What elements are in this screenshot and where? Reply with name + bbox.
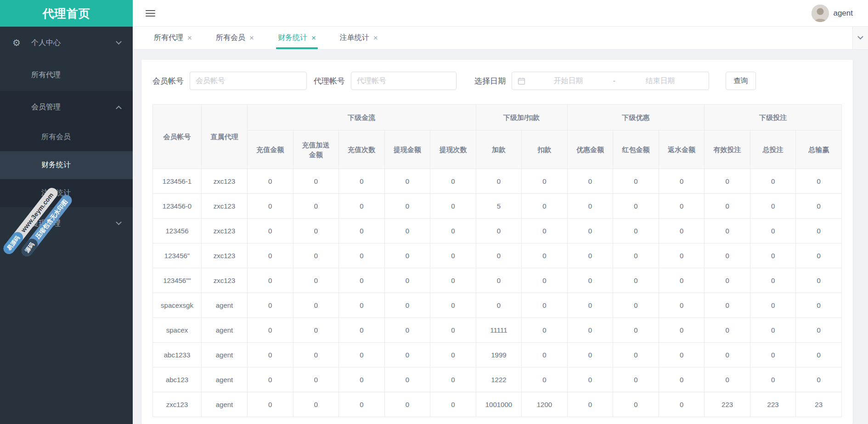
- value-cell: 0: [248, 318, 293, 343]
- user-menu-button[interactable]: agent: [812, 5, 853, 22]
- value-cell: 0: [384, 194, 430, 219]
- table-row: spacexsgk agent 0 0 0 0 0 0 0 0 0: [153, 293, 842, 318]
- close-icon[interactable]: ×: [311, 34, 316, 42]
- avatar-person-icon: [812, 5, 829, 22]
- value-cell: 0: [567, 318, 613, 343]
- member-account-cell: abc123: [153, 367, 202, 392]
- value-cell: 0: [339, 367, 385, 392]
- sidebar-item-withdraw-management[interactable]: 提现管理: [0, 207, 133, 239]
- filter-bar: 会员帐号 代理帐号 选择日期: [152, 72, 842, 90]
- col-header: 提现次数: [430, 130, 476, 169]
- value-cell: 0: [750, 293, 796, 318]
- tab-label: 注单统计: [340, 33, 369, 43]
- agent-account-input[interactable]: [351, 72, 457, 90]
- col-header-direct-agent: 直属代理: [202, 105, 248, 169]
- tab-all-members[interactable]: 所有会员 ×: [216, 27, 254, 49]
- tab-label: 所有会员: [216, 33, 245, 43]
- chevron-down-icon: [857, 34, 863, 40]
- sidebar-item-all-members[interactable]: 所有会员: [0, 123, 133, 151]
- value-cell: 0: [659, 343, 705, 367]
- query-button[interactable]: 查询: [726, 72, 756, 90]
- value-cell: 0: [705, 293, 750, 318]
- close-icon[interactable]: ×: [373, 34, 378, 42]
- value-cell: 0: [613, 194, 659, 219]
- sidebar-menu: ⚙ 个人中心 所有代理 会员管理 所有会员 财务统计 注单统计: [0, 27, 133, 239]
- sidebar-item-finance-stats[interactable]: 财务统计: [0, 151, 133, 179]
- sidebar-item-all-agents[interactable]: 所有代理: [0, 59, 133, 91]
- value-cell: 0: [476, 293, 522, 318]
- member-account-cell: zxc123: [153, 392, 202, 417]
- value-cell: 0: [567, 392, 613, 417]
- value-cell: 0: [339, 194, 385, 219]
- value-cell: 0: [293, 268, 339, 293]
- value-cell: 0: [796, 367, 842, 392]
- date-range-picker[interactable]: 开始日期 - 结束日期: [512, 72, 709, 90]
- col-header: 扣款: [522, 130, 568, 169]
- sidebar-item-label: 所有代理: [31, 70, 61, 80]
- value-cell: 0: [522, 293, 568, 318]
- sidebar-item-member-management[interactable]: 会员管理: [0, 91, 133, 123]
- value-cell: 0: [705, 367, 750, 392]
- value-cell: 0: [248, 268, 293, 293]
- value-cell: 0: [293, 367, 339, 392]
- value-cell: 0: [796, 169, 842, 194]
- value-cell: 0: [522, 268, 568, 293]
- value-cell: 0: [430, 343, 476, 367]
- value-cell: 0: [293, 243, 339, 268]
- value-cell: 0: [750, 219, 796, 243]
- value-cell: 0: [796, 219, 842, 243]
- value-cell: 0: [430, 293, 476, 318]
- member-account-cell: 123456"": [153, 268, 202, 293]
- value-cell: 0: [613, 367, 659, 392]
- close-icon[interactable]: ×: [249, 34, 254, 42]
- sidebar-item-label: 提现管理: [31, 219, 61, 228]
- hamburger-menu-icon[interactable]: [146, 10, 155, 17]
- tab-finance-stats[interactable]: 财务统计 ×: [278, 27, 316, 49]
- value-cell: 0: [293, 169, 339, 194]
- group-header-discount: 下级优惠: [567, 105, 705, 130]
- value-cell: 0: [384, 343, 430, 367]
- value-cell: 0: [293, 293, 339, 318]
- direct-agent-cell: zxc123: [202, 243, 248, 268]
- member-account-input[interactable]: [190, 72, 307, 90]
- value-cell: 1222: [476, 367, 522, 392]
- direct-agent-cell: zxc123: [202, 268, 248, 293]
- sidebar-item-bet-stats[interactable]: 注单统计: [0, 179, 133, 207]
- value-cell: 0: [384, 169, 430, 194]
- date-end-placeholder: 结束日期: [617, 76, 703, 86]
- value-cell: 1200: [522, 392, 568, 417]
- avatar: [812, 5, 829, 22]
- value-cell: 0: [750, 268, 796, 293]
- value-cell: 0: [384, 293, 430, 318]
- col-header: 有效投注: [705, 130, 750, 169]
- member-account-cell: abc1233: [153, 343, 202, 367]
- close-icon[interactable]: ×: [187, 34, 192, 42]
- value-cell: 0: [659, 392, 705, 417]
- value-cell: 0: [567, 367, 613, 392]
- value-cell: 0: [659, 268, 705, 293]
- value-cell: 0: [430, 392, 476, 417]
- content: 会员帐号 代理帐号 选择日期: [133, 50, 868, 424]
- sidebar-item-personal-center[interactable]: ⚙ 个人中心: [0, 27, 133, 59]
- value-cell: 0: [293, 343, 339, 367]
- value-cell: 0: [339, 268, 385, 293]
- col-header: 提现金额: [384, 130, 430, 169]
- tab-all-agents[interactable]: 所有代理 ×: [154, 27, 192, 49]
- value-cell: 0: [522, 194, 568, 219]
- value-cell: 0: [430, 219, 476, 243]
- tab-label: 所有代理: [154, 33, 183, 43]
- member-account-cell: spacex: [153, 318, 202, 343]
- value-cell: 0: [567, 219, 613, 243]
- value-cell: 0: [613, 169, 659, 194]
- tab-overflow-button[interactable]: [852, 27, 868, 50]
- tab-bet-stats[interactable]: 注单统计 ×: [340, 27, 378, 49]
- group-header-add-deduct: 下级加/扣款: [476, 105, 567, 130]
- value-cell: 0: [613, 268, 659, 293]
- value-cell: 0: [339, 343, 385, 367]
- sidebar-item-label: 个人中心: [31, 38, 61, 48]
- value-cell: 1999: [476, 343, 522, 367]
- direct-agent-cell: zxc123: [202, 219, 248, 243]
- value-cell: 0: [659, 318, 705, 343]
- value-cell: 11111: [476, 318, 522, 343]
- direct-agent-cell: agent: [202, 318, 248, 343]
